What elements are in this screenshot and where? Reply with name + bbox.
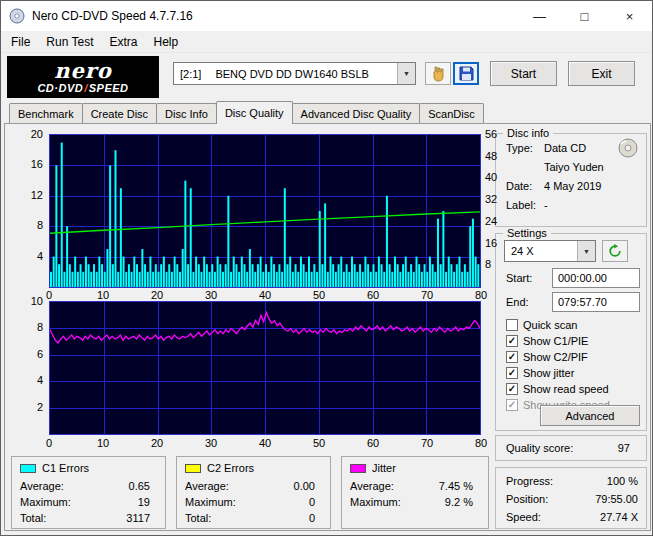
axis-tick-label: 8 — [485, 259, 491, 271]
jitter-header: Jitter — [350, 462, 396, 474]
start-time-field[interactable]: 000:00.00 — [552, 268, 640, 288]
c2-errors-header: C2 Errors — [185, 462, 254, 474]
checkbox-label: Show C2/PIF — [523, 351, 588, 363]
stat-row: Average:0.65 — [20, 480, 150, 492]
start-button[interactable]: Start — [490, 61, 557, 86]
stat-label: Maximum: — [350, 496, 401, 508]
axis-tick-label: 20 — [31, 128, 43, 140]
nero-logo-wordmark: nero — [7, 60, 159, 81]
checkbox-label: Quick scan — [523, 319, 577, 331]
tab-disc-quality[interactable]: Disc Quality — [216, 101, 293, 124]
checkbox-label: Show jitter — [523, 367, 574, 379]
c1-chart-left-axis: 20161284 — [17, 135, 45, 287]
hand-icon — [430, 66, 446, 82]
axis-tick-label: 0 — [46, 437, 52, 449]
disc-info-title: Disc info — [503, 127, 553, 139]
checkbox-box[interactable]: ✓ — [506, 335, 518, 347]
tab-strip: Benchmark Create Disc Disc Info Disc Qua… — [9, 100, 483, 124]
settings-panel: Settings 24 X ▼ Start: 000:00.00 End: 07… — [495, 233, 647, 431]
chevron-down-icon[interactable]: ▼ — [397, 63, 415, 84]
axis-tick-label: 50 — [313, 289, 325, 301]
axis-tick-label: 50 — [313, 437, 325, 449]
stat-value: 0.00 — [294, 480, 315, 492]
c1-color-swatch — [20, 464, 36, 473]
axis-tick-label: 10 — [97, 289, 109, 301]
tab-scandisc[interactable]: ScanDisc — [419, 103, 483, 123]
menu-bar: File Run Test Extra Help — [1, 31, 652, 53]
axis-tick-label: 4 — [37, 250, 43, 262]
checkbox-label: Show C1/PIE — [523, 335, 588, 347]
jitter-title: Jitter — [372, 462, 396, 474]
tab-disc-info[interactable]: Disc Info — [156, 103, 217, 123]
checkbox-show-c1-pie[interactable]: ✓ Show C1/PIE — [506, 334, 588, 348]
axis-tick-label: 30 — [205, 437, 217, 449]
quality-score-value: 97 — [618, 442, 630, 454]
axis-tick-label: 30 — [205, 289, 217, 301]
c1-errors-title: C1 Errors — [42, 462, 89, 474]
checkbox-box[interactable]: ✓ — [506, 351, 518, 363]
axis-tick-label: 4 — [37, 375, 43, 387]
axis-tick-label: 70 — [421, 289, 433, 301]
stat-value: 0 — [309, 496, 315, 508]
tab-advanced-disc-quality[interactable]: Advanced Disc Quality — [292, 103, 421, 123]
chevron-down-icon[interactable]: ▼ — [577, 241, 595, 261]
menu-help[interactable]: Help — [146, 31, 187, 52]
axis-tick-label: 60 — [367, 289, 379, 301]
end-time-field[interactable]: 079:57.70 — [552, 292, 640, 312]
checkbox-show-c2-pif[interactable]: ✓ Show C2/PIF — [506, 350, 588, 364]
minimize-icon[interactable]: — — [517, 1, 562, 31]
nero-logo-subtitle: CD·DVD/SPEED — [7, 81, 159, 95]
cd-icon — [618, 138, 638, 160]
app-disc-icon — [9, 8, 25, 24]
checkbox-box[interactable]: ✓ — [506, 383, 518, 395]
eject-hand-button[interactable] — [425, 62, 451, 85]
menu-file[interactable]: File — [3, 31, 38, 52]
disc-type-value: Data CD — [544, 142, 586, 154]
axis-tick-label: 40 — [259, 437, 271, 449]
disc-label-label: Label: — [506, 199, 536, 211]
checkbox-show-jitter[interactable]: ✓ Show jitter — [506, 366, 574, 380]
refresh-button[interactable] — [602, 240, 628, 262]
axis-tick-label: 60 — [367, 437, 379, 449]
maximize-icon[interactable]: □ — [562, 1, 607, 31]
c1-errors-stats: C1 Errors Average:0.65 Maximum:19 Total:… — [11, 456, 166, 529]
save-results-button[interactable] — [453, 62, 479, 85]
app-window: Nero CD-DVD Speed 4.7.7.16 — □ × File Ru… — [0, 0, 653, 536]
speed-label: Speed: — [506, 511, 541, 523]
stat-label: Total: — [185, 512, 211, 524]
stat-row: Maximum:19 — [20, 496, 150, 508]
axis-tick-label: 80 — [475, 289, 487, 301]
settings-title: Settings — [503, 227, 551, 239]
tab-create-disc[interactable]: Create Disc — [82, 103, 157, 123]
close-icon[interactable]: × — [607, 1, 652, 31]
axis-tick-label: 32 — [485, 194, 497, 206]
menu-extra[interactable]: Extra — [101, 31, 145, 52]
disc-type-label: Type: — [506, 142, 533, 154]
stat-row: Maximum:0 — [185, 496, 315, 508]
progress-label: Progress: — [506, 475, 553, 487]
axis-tick-label: 16 — [31, 159, 43, 171]
checkbox-box[interactable] — [506, 319, 518, 331]
checkbox-box[interactable]: ✓ — [506, 367, 518, 379]
stat-label: Maximum: — [20, 496, 71, 508]
advanced-button[interactable]: Advanced — [540, 405, 640, 426]
floppy-disk-icon — [459, 66, 474, 81]
tab-benchmark[interactable]: Benchmark — [9, 103, 83, 123]
stat-value: 19 — [138, 496, 150, 508]
stat-row: Average:0.00 — [185, 480, 315, 492]
stat-label: Average: — [185, 480, 229, 492]
drive-select[interactable]: [2:1] BENQ DVD DD DW1640 BSLB ▼ — [173, 62, 416, 85]
stat-label: Average: — [350, 480, 394, 492]
axis-tick-label: 10 — [97, 437, 109, 449]
exit-button[interactable]: Exit — [568, 61, 635, 86]
title-bar: Nero CD-DVD Speed 4.7.7.16 — □ × — [1, 1, 652, 31]
window-title: Nero CD-DVD Speed 4.7.7.16 — [32, 9, 193, 23]
scan-speed-select[interactable]: 24 X ▼ — [504, 240, 596, 262]
axis-tick-label: 0 — [46, 289, 52, 301]
stat-row: Total:0 — [185, 512, 315, 524]
menu-run-test[interactable]: Run Test — [38, 31, 101, 52]
disc-info-panel: Disc info Type: Data CD Taiyo Yuden Date… — [495, 133, 647, 227]
checkbox-show-read-speed[interactable]: ✓ Show read speed — [506, 382, 609, 396]
checkbox-quick-scan[interactable]: Quick scan — [506, 318, 577, 332]
stat-row: Total:3117 — [20, 512, 150, 524]
